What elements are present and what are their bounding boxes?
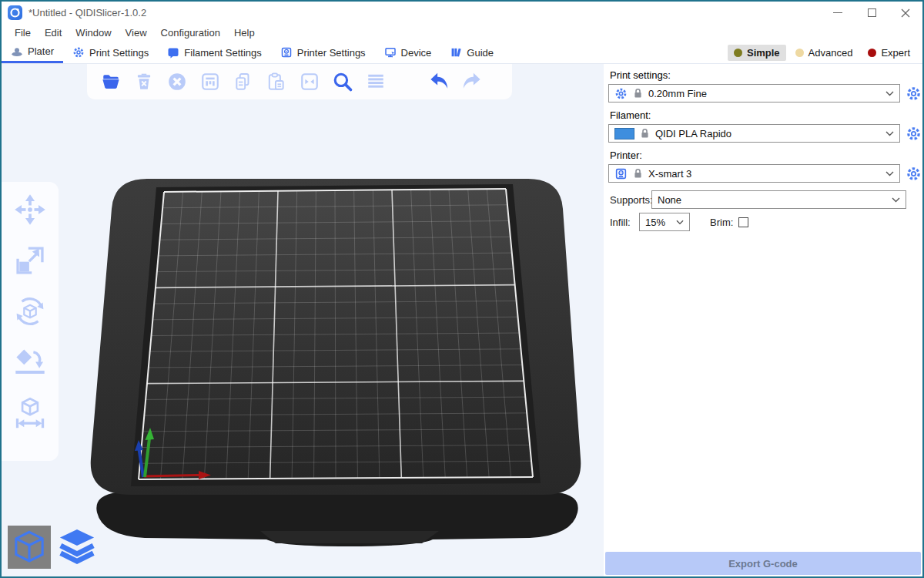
filament-label: Filament:	[610, 109, 922, 121]
tab-device[interactable]: Device	[375, 42, 441, 63]
menu-view[interactable]: View	[119, 27, 154, 39]
redo-button[interactable]	[460, 70, 484, 93]
gear-icon	[72, 46, 85, 59]
printer-combo[interactable]: X-smart 3	[608, 164, 900, 183]
menu-configuration[interactable]: Configuration	[154, 27, 227, 39]
tab-guide[interactable]: Guide	[440, 42, 503, 63]
main-area: Print settings: 0.20mm Fine	[2, 64, 922, 576]
filament-gear-button[interactable]	[904, 124, 922, 143]
rotate-gizmo-button[interactable]	[13, 294, 47, 328]
tab-label: Printer Settings	[297, 47, 366, 59]
split-arrows-icon	[300, 72, 320, 92]
supports-combo[interactable]: None	[651, 190, 906, 209]
3d-viewport[interactable]	[2, 64, 604, 576]
mode-label: Advanced	[808, 47, 853, 59]
app-logo-icon	[8, 5, 22, 20]
chevron-down-icon	[886, 131, 894, 136]
chevron-down-icon	[676, 220, 684, 225]
copy-icon	[233, 72, 253, 92]
delete-button[interactable]	[132, 70, 156, 93]
filament-color-swatch	[614, 128, 634, 139]
tab-plater[interactable]: Plater	[2, 42, 63, 63]
guide-books-icon	[450, 46, 462, 59]
undo-button[interactable]	[427, 70, 450, 93]
arrange-icon	[200, 72, 220, 92]
move-gizmo-button[interactable]	[13, 193, 47, 227]
lock-icon	[633, 88, 643, 99]
paste-icon	[266, 72, 286, 92]
menu-bar: File Edit Window View Configuration Help	[2, 24, 922, 42]
settings-panel: Print settings: 0.20mm Fine	[604, 64, 922, 576]
plater-icon	[11, 45, 23, 58]
maximize-icon	[868, 8, 876, 17]
print-settings-combo[interactable]: 0.20mm Fine	[608, 84, 900, 102]
close-button[interactable]	[889, 2, 922, 24]
paste-button[interactable]	[265, 70, 288, 93]
arrange-button[interactable]	[199, 70, 222, 93]
tab-print-settings[interactable]: Print Settings	[63, 42, 158, 63]
print-settings-gear-button[interactable]	[904, 84, 922, 102]
filament-combo[interactable]: QIDI PLA Rapido	[608, 124, 900, 143]
infill-combo[interactable]: 15%	[639, 213, 690, 231]
gear-icon	[614, 87, 628, 100]
infill-value: 15%	[645, 217, 671, 228]
place-on-face-gizmo-button[interactable]	[13, 345, 47, 379]
lock-icon	[633, 168, 643, 179]
tab-label: Device	[401, 47, 432, 59]
layers-stack-icon	[58, 528, 96, 566]
tab-label: Print Settings	[89, 47, 149, 59]
tab-printer-settings[interactable]: Printer Settings	[271, 42, 375, 63]
tab-label: Guide	[467, 47, 494, 59]
gear-icon	[906, 86, 922, 102]
maximize-button[interactable]	[855, 2, 889, 24]
copy-button[interactable]	[232, 70, 255, 93]
title-bar: *Untitled - QIDISlicer-1.0.2	[2, 2, 922, 24]
tab-filament-settings[interactable]: Filament Settings	[158, 42, 270, 63]
mode-selector: Simple Advanced Expert	[728, 42, 922, 63]
brim-checkbox[interactable]	[738, 217, 748, 227]
mode-label: Expert	[881, 47, 910, 59]
preview-layers-view-button[interactable]	[57, 527, 97, 567]
layers-list-icon	[366, 72, 386, 92]
split-button[interactable]	[298, 70, 321, 93]
measure-gizmo-button[interactable]	[13, 396, 47, 430]
chevron-down-icon	[886, 171, 894, 176]
qidislicer-window: *Untitled - QIDISlicer-1.0.2 File Edit W…	[0, 0, 924, 578]
open-button[interactable]	[99, 70, 122, 93]
printer-value: X-smart 3	[648, 168, 880, 180]
search-icon	[332, 71, 353, 92]
advanced-dot-icon	[795, 49, 804, 57]
chevron-down-icon	[892, 197, 900, 203]
mode-label: Simple	[747, 47, 780, 59]
print-settings-value: 0.20mm Fine	[648, 88, 880, 99]
mode-simple[interactable]: Simple	[728, 45, 786, 61]
chevron-down-icon	[886, 91, 894, 96]
redo-icon	[460, 70, 484, 93]
search-button[interactable]	[331, 70, 354, 93]
printer-gear-button[interactable]	[904, 164, 922, 183]
menu-edit[interactable]: Edit	[38, 27, 69, 39]
menu-window[interactable]: Window	[69, 27, 118, 39]
undo-icon	[427, 70, 450, 93]
menu-help[interactable]: Help	[227, 27, 262, 39]
filament-icon	[167, 46, 179, 59]
minimize-button[interactable]	[821, 2, 855, 24]
open-folder-icon	[101, 72, 121, 92]
circle-x-icon	[167, 72, 187, 92]
export-gcode-button[interactable]: Export G-code	[605, 552, 921, 575]
variable-layer-height-button[interactable]	[364, 70, 387, 93]
export-gcode-label: Export G-code	[728, 558, 798, 570]
printer-icon	[280, 46, 293, 59]
mode-advanced[interactable]: Advanced	[789, 45, 859, 61]
scale-gizmo-button[interactable]	[13, 244, 47, 277]
3d-editor-view-button[interactable]	[8, 526, 51, 569]
print-bed	[2, 64, 604, 576]
mode-expert[interactable]: Expert	[862, 45, 916, 61]
brim-label: Brim:	[710, 217, 733, 228]
window-title: *Untitled - QIDISlicer-1.0.2	[28, 7, 146, 18]
tab-bar: Plater Print Settings Filament Settings …	[2, 42, 922, 64]
supports-value: None	[658, 194, 886, 206]
delete-all-button[interactable]	[166, 70, 189, 93]
menu-file[interactable]: File	[8, 27, 38, 39]
close-icon	[901, 8, 910, 18]
